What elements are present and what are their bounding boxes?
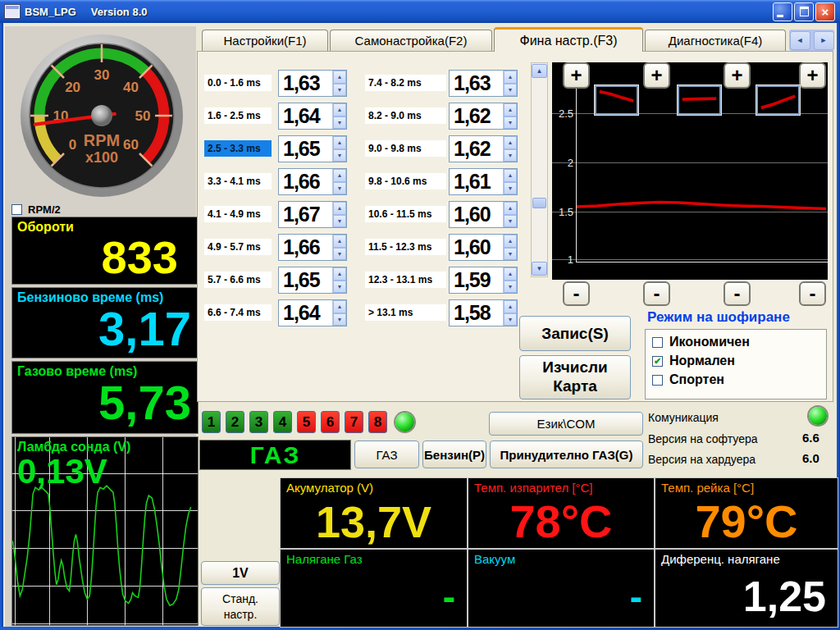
coefficient-value[interactable]: 1,62 <box>450 136 503 162</box>
spin-down-button[interactable]: ▼ <box>333 116 346 130</box>
spin-up-button[interactable]: ▲ <box>504 136 517 149</box>
spin-down-button[interactable]: ▼ <box>504 215 517 228</box>
drive-mode-option-normal[interactable]: ✔ Нормален <box>652 354 819 368</box>
coefficient-value[interactable]: 1,60 <box>450 235 503 260</box>
close-button[interactable]: × <box>815 2 835 21</box>
coefficient-spinner[interactable]: 1,61▲▼ <box>449 168 518 195</box>
pulse-range-label[interactable]: > 13.1 ms <box>365 304 446 321</box>
tab-autotune[interactable]: Самонастройка(F2) <box>330 30 492 51</box>
language-com-button[interactable]: Език\COM <box>489 412 643 436</box>
coefficient-value[interactable]: 1,60 <box>450 202 503 227</box>
increase-button[interactable]: + <box>799 62 826 89</box>
title-bar[interactable]: BSM_LPG Version 8.0 × <box>0 0 840 23</box>
coefficient-spinner[interactable]: 1,66▲▼ <box>278 168 347 195</box>
coefficient-spinner[interactable]: 1,60▲▼ <box>449 201 518 228</box>
rpm2-checkbox-row[interactable]: RPM/2 <box>11 203 61 216</box>
rpm2-checkbox[interactable] <box>11 204 22 215</box>
spin-down-button[interactable]: ▼ <box>333 248 346 261</box>
spin-down-button[interactable]: ▼ <box>333 84 346 97</box>
coefficient-value[interactable]: 1,63 <box>279 71 332 96</box>
gas-button[interactable]: ГАЗ <box>354 441 419 468</box>
coefficient-spinner[interactable]: 1,63▲▼ <box>449 70 518 97</box>
coefficient-value[interactable]: 1,65 <box>279 267 332 293</box>
drive-mode-option-sport[interactable]: Спортен <box>652 372 819 387</box>
spin-up-button[interactable]: ▲ <box>504 202 517 215</box>
pulse-range-label[interactable]: 2.5 - 3.3 ms <box>204 140 272 157</box>
coefficient-spinner[interactable]: 1,59▲▼ <box>449 267 518 294</box>
spin-down-button[interactable]: ▼ <box>504 281 517 294</box>
spin-up-button[interactable]: ▲ <box>333 103 346 116</box>
spin-up-button[interactable]: ▲ <box>333 267 346 281</box>
coefficient-value[interactable]: 1,64 <box>279 300 332 326</box>
increase-button[interactable]: + <box>563 62 590 89</box>
spin-down-button[interactable]: ▼ <box>504 248 517 261</box>
coefficient-value[interactable]: 1,62 <box>450 103 503 129</box>
spin-down-button[interactable]: ▼ <box>504 149 517 162</box>
segment-preview-flat[interactable] <box>678 85 721 115</box>
coefficient-spinner[interactable]: 1,60▲▼ <box>449 234 518 261</box>
spin-up-button[interactable]: ▲ <box>333 71 346 84</box>
coefficient-spinner[interactable]: 1,63▲▼ <box>278 70 347 97</box>
decrease-button[interactable]: - <box>799 281 826 306</box>
petrol-button[interactable]: Бензин(P) <box>422 441 486 468</box>
segment-preview-rising[interactable] <box>756 85 800 115</box>
coefficient-value[interactable]: 1,58 <box>450 300 503 326</box>
pulse-range-label[interactable]: 5.7 - 6.6 ms <box>204 272 272 288</box>
spin-up-button[interactable]: ▲ <box>504 71 517 84</box>
pulse-range-label[interactable]: 9.8 - 10.6 ms <box>365 173 446 189</box>
pulse-range-label[interactable]: 10.6 - 11.5 ms <box>365 206 446 222</box>
spin-down-button[interactable]: ▼ <box>333 149 346 162</box>
spin-up-button[interactable]: ▲ <box>504 169 517 182</box>
pulse-range-label[interactable]: 11.5 - 12.3 ms <box>365 239 446 255</box>
drive-mode-option-economy[interactable]: Икономичен <box>652 335 819 349</box>
coefficient-value[interactable]: 1,64 <box>279 103 332 129</box>
coefficient-value[interactable]: 1,66 <box>279 235 332 260</box>
spin-up-button[interactable]: ▲ <box>333 202 346 215</box>
spin-up-button[interactable]: ▲ <box>333 235 346 248</box>
sport-checkbox[interactable] <box>652 375 663 386</box>
coefficient-spinner[interactable]: 1,62▲▼ <box>449 103 518 130</box>
standard-settings-button[interactable]: Станд. настр. <box>201 587 280 626</box>
map-scrollbar[interactable]: ▲ ▼ <box>531 62 548 277</box>
pulse-range-label[interactable]: 12.3 - 13.1 ms <box>365 272 446 288</box>
spin-up-button[interactable]: ▲ <box>504 103 517 116</box>
coefficient-spinner[interactable]: 1,67▲▼ <box>278 201 347 228</box>
scrollbar-up-button[interactable]: ▲ <box>532 64 547 78</box>
spin-down-button[interactable]: ▼ <box>504 313 517 326</box>
coefficient-spinner[interactable]: 1,65▲▼ <box>278 135 347 162</box>
coefficient-value[interactable]: 1,63 <box>450 71 503 96</box>
pulse-range-label[interactable]: 4.1 - 4.9 ms <box>204 206 272 222</box>
spin-down-button[interactable]: ▼ <box>333 281 346 294</box>
spin-down-button[interactable]: ▼ <box>333 313 346 326</box>
coefficient-value[interactable]: 1,67 <box>279 202 332 227</box>
minimize-button[interactable] <box>773 2 792 21</box>
tab-scroll-left-button[interactable]: ◄ <box>790 31 810 50</box>
pulse-range-label[interactable]: 9.0 - 9.8 ms <box>365 140 446 157</box>
pulse-range-label[interactable]: 3.3 - 4.1 ms <box>204 173 272 189</box>
spin-down-button[interactable]: ▼ <box>504 116 517 130</box>
pulse-range-label[interactable]: 4.9 - 5.7 ms <box>204 239 272 255</box>
tab-scroll-right-button[interactable]: ► <box>814 31 834 50</box>
pulse-range-label[interactable]: 1.6 - 2.5 ms <box>204 107 272 124</box>
coefficient-spinner[interactable]: 1,58▲▼ <box>449 299 518 326</box>
tab-diagnostics[interactable]: Диагностика(F4) <box>645 30 786 51</box>
coefficient-spinner[interactable]: 1,64▲▼ <box>278 299 347 326</box>
spin-down-button[interactable]: ▼ <box>333 182 346 195</box>
save-button[interactable]: Запис(S) <box>519 316 631 351</box>
coefficient-spinner[interactable]: 1,65▲▼ <box>278 267 347 294</box>
scrollbar-down-button[interactable]: ▼ <box>532 262 547 276</box>
tab-fine-tune[interactable]: Фина настр.(F3) <box>494 27 643 52</box>
coefficient-value[interactable]: 1,65 <box>279 136 332 162</box>
spin-down-button[interactable]: ▼ <box>333 215 346 228</box>
one-volt-button[interactable]: 1V <box>201 561 280 585</box>
coefficient-spinner[interactable]: 1,62▲▼ <box>449 135 518 162</box>
increase-button[interactable]: + <box>643 62 670 89</box>
maximize-button[interactable] <box>794 2 814 21</box>
spin-up-button[interactable]: ▲ <box>333 136 346 149</box>
coefficient-spinner[interactable]: 1,66▲▼ <box>278 234 347 261</box>
spin-down-button[interactable]: ▼ <box>504 84 517 97</box>
pulse-range-label[interactable]: 8.2 - 9.0 ms <box>365 107 446 124</box>
spin-up-button[interactable]: ▲ <box>504 235 517 248</box>
increase-button[interactable]: + <box>724 62 751 89</box>
calculate-map-button[interactable]: Изчисли Карта <box>519 355 631 399</box>
